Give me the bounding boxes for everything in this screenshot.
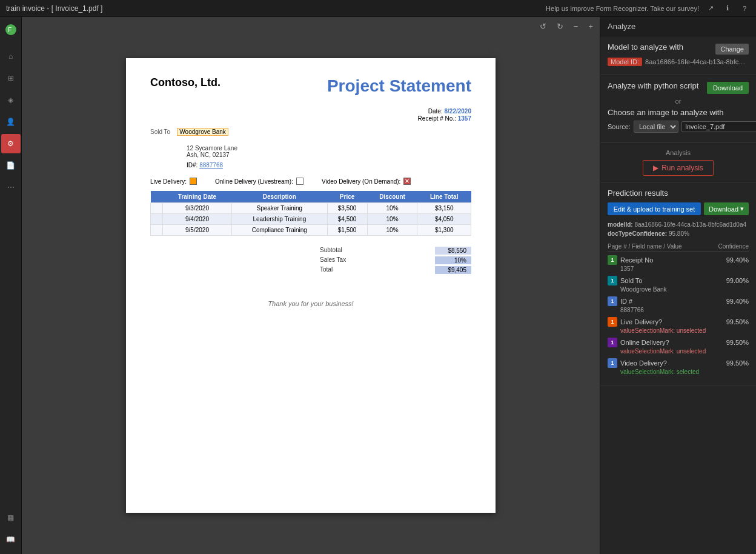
sidebar-item-file[interactable]: 📄 — [1, 156, 21, 175]
sold-to-value: Woodgrove Bank — [177, 128, 228, 136]
or-divider: or — [608, 98, 749, 105]
page-badge: 1 — [608, 358, 617, 368]
table-row: 9/4/2020Leadership Training$4,50010%$4,0… — [151, 214, 471, 225]
rotate-left-btn[interactable]: ↺ — [536, 20, 550, 33]
sidebar-item-grid[interactable]: ▦ — [1, 508, 21, 527]
python-section: Analyze with python script Download or C… — [600, 75, 756, 143]
result-field: Video Delivery? — [620, 359, 723, 367]
doc-header: Contoso, Ltd. Project Statement — [150, 76, 471, 96]
page-badge: 1 — [608, 276, 617, 285]
right-panel: Analyze Model to analyze with Change Mod… — [600, 17, 756, 554]
download-dd-button[interactable]: Download ▾ — [704, 202, 749, 215]
address: 12 Sycamore Lane Ash, NC, 02137 — [187, 145, 471, 158]
change-button[interactable]: Change — [715, 44, 749, 55]
result-field: Live Delivery? — [620, 318, 723, 325]
external-link-icon[interactable]: ↗ — [705, 3, 716, 14]
help-icon[interactable]: ? — [739, 3, 750, 14]
run-icon: ▶ — [653, 164, 658, 172]
subtotal-row: Subtotal $8,550 — [320, 247, 471, 255]
analysis-section: Analysis ▶ Run analysis — [600, 143, 756, 182]
result-item: 1 Sold To 99.00% Woodgrove Bank — [608, 276, 749, 293]
result-confidence: 99.00% — [726, 277, 749, 284]
model-id-value: 8aa16866-16fe-44ca-b13a-8bfc6a... — [645, 58, 749, 65]
model-id-label: Model ID: — [608, 58, 642, 66]
svg-text:F: F — [8, 27, 12, 33]
page-badge: 1 — [608, 338, 617, 347]
sidebar-bottom: ▦ 📖 — [1, 508, 21, 554]
totals-section: Subtotal $8,550 Sales Tax 10% Total $9,4… — [150, 245, 471, 288]
result-field: Online Delivery? — [620, 339, 723, 346]
model-title-row: Model to analyze with Change — [608, 42, 749, 55]
prediction-header: Prediction results — [608, 189, 749, 198]
results-container: 1 Receipt No 99.40% 1357 1 Sold To 99.00… — [608, 255, 749, 375]
confidence-header: Page # / Field name / Value Confidence — [608, 243, 749, 252]
page-badge: 1 — [608, 296, 617, 306]
sidebar-item-settings[interactable]: ⚙ — [1, 134, 21, 153]
result-confidence: 99.50% — [726, 318, 749, 325]
improve-text: Help us improve Form Recognizer. Take ou… — [546, 5, 699, 12]
source-select[interactable]: Local file — [634, 121, 678, 133]
doc-meta: Date: 8/22/2020 Receipt # No.: 1357 — [150, 108, 471, 122]
pred-btn-row: Edit & upload to training set Download ▾ — [608, 202, 749, 215]
zoom-out-btn[interactable]: − — [570, 20, 582, 33]
online-delivery-checkbox: Online Delivery (Livestream): — [215, 178, 303, 185]
run-analysis-button[interactable]: ▶ Run analysis — [643, 160, 714, 176]
result-value: 1357 — [608, 265, 749, 272]
live-delivery-box — [190, 178, 197, 185]
result-item: 1 ID # 99.40% 8887766 — [608, 296, 749, 313]
date-line: Date: 8/22/2020 — [150, 108, 471, 115]
result-item: 1 Online Delivery? 99.50% valueSelection… — [608, 338, 749, 355]
table-row: 9/5/2020Compliance Training$1,50010%$1,3… — [151, 225, 471, 236]
sidebar-item-layout[interactable]: ⊞ — [1, 68, 21, 88]
pred-meta: modelId: 8aa16866-16fe-44ca-b13a-8bfc6ad… — [608, 220, 749, 238]
viewer-toolbar: ↺ ↻ − + — [536, 20, 597, 33]
doc-footer: Thank you for your business! — [150, 300, 471, 307]
result-row: 1 Online Delivery? 99.50% — [608, 338, 749, 347]
model-section: Model to analyze with Change Model ID: 8… — [600, 36, 756, 75]
result-row: 1 Live Delivery? 99.50% — [608, 317, 749, 327]
sold-to-section: Sold To Woodgrove Bank — [150, 128, 471, 136]
app-logo: F — [1, 20, 21, 39]
result-item: 1 Live Delivery? 99.50% valueSelectionMa… — [608, 317, 749, 334]
result-confidence: 99.50% — [726, 359, 749, 367]
topbar-right: Help us improve Form Recognizer. Take ou… — [546, 3, 750, 14]
file-input[interactable] — [681, 121, 756, 132]
sidebar: F ⌂ ⊞ ◈ 👤 ⚙ 📄 ⋯ ▦ 📖 — [0, 17, 22, 554]
invoice-table: Training Date Description Price Discount… — [150, 191, 471, 236]
checkboxes: Live Delivery: Online Delivery (Livestre… — [150, 178, 471, 185]
tax-row: Sales Tax 10% — [320, 256, 471, 264]
page-badge: 1 — [608, 317, 617, 327]
receipt-line: Receipt # No.: 1357 — [150, 115, 471, 122]
result-field: Sold To — [620, 277, 723, 284]
dropdown-arrow-icon: ▾ — [740, 205, 744, 213]
result-value: Woodgrove Bank — [608, 286, 749, 293]
sidebar-item-tag[interactable]: ◈ — [1, 90, 21, 110]
sidebar-item-book[interactable]: 📖 — [1, 530, 21, 549]
sidebar-item-person[interactable]: 👤 — [1, 112, 21, 132]
source-row: Source: Local file — [608, 121, 749, 133]
edit-upload-button[interactable]: Edit & upload to training set — [608, 202, 701, 215]
choose-image-title: Choose an image to analyze with — [608, 108, 749, 117]
sidebar-item-connection[interactable]: ⋯ — [1, 178, 21, 197]
video-delivery-checkbox: Video Delivery (On Demand): ✕ — [322, 178, 411, 185]
rotate-right-btn[interactable]: ↻ — [553, 20, 567, 33]
result-confidence: 99.50% — [726, 339, 749, 346]
main-layout: F ⌂ ⊞ ◈ 👤 ⚙ 📄 ⋯ ▦ 📖 ↺ ↻ − + Contoso, Ltd… — [0, 17, 756, 554]
sidebar-item-home[interactable]: ⌂ — [1, 47, 21, 66]
result-field: Receipt No — [620, 256, 723, 264]
result-field: ID # — [620, 298, 723, 305]
topbar: train invoice - [ Invoice_1.pdf ] Help u… — [0, 0, 756, 17]
page-badge: 1 — [608, 255, 617, 265]
download-script-button[interactable]: Download — [707, 82, 749, 94]
company-name: Contoso, Ltd. — [150, 76, 220, 89]
result-value: valueSelectionMark: unselected — [608, 327, 749, 334]
prediction-section: Prediction results Edit & upload to trai… — [600, 182, 756, 385]
video-delivery-box: ✕ — [403, 178, 411, 185]
total-row: Total $9,405 — [320, 266, 471, 274]
download-label: Download — [709, 205, 738, 213]
live-delivery-checkbox: Live Delivery: — [150, 178, 197, 185]
info-icon[interactable]: ℹ — [722, 3, 733, 14]
panel-header: Analyze — [600, 17, 756, 36]
analysis-label: Analysis — [608, 149, 749, 156]
zoom-in-btn[interactable]: + — [585, 20, 597, 33]
